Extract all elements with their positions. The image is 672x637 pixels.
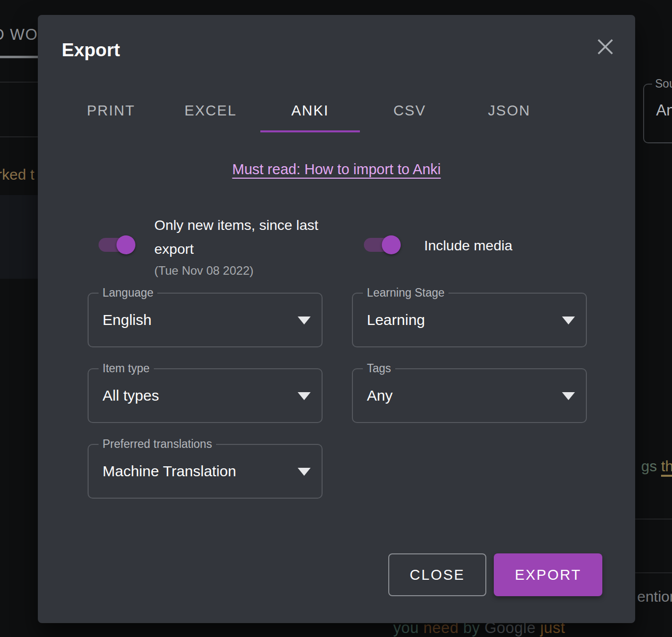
field-label: Language [99,286,157,300]
field-value: Any [367,387,393,404]
anki-help-link-row: Must read: How to import to Anki [38,161,635,178]
tab-anki[interactable]: ANKI [260,94,360,132]
toggle-thumb [116,235,135,254]
tab-csv[interactable]: CSV [360,94,459,132]
close-dialog-button[interactable] [591,33,619,61]
field-value: Learning [367,312,425,328]
field-label: Item type [99,362,154,375]
learning-stage-select[interactable]: Learning Stage Learning [352,293,587,347]
only-new-items-toggle[interactable] [99,238,133,252]
tab-label: ANKI [291,103,329,119]
close-icon [596,37,615,56]
active-tab-indicator [260,130,360,132]
chevron-down-icon [562,392,575,400]
tab-label: CSV [393,103,426,119]
app-page: D WOR rked t Sou An gs tha ention younee… [0,0,672,637]
chevron-down-icon [562,317,575,324]
tab-label: EXCEL [184,103,236,119]
toggle-thumb [382,235,401,254]
chevron-down-icon [298,317,311,324]
tab-print[interactable]: PRINT [61,94,161,132]
only-new-items-label: Only new items, since last export [154,213,319,261]
field-label: Learning Stage [363,286,448,300]
chevron-down-icon [298,468,311,476]
preferred-translations-select[interactable]: Preferred translations Machine Translati… [88,444,323,499]
item-type-select[interactable]: Item type All types [88,368,323,423]
language-select[interactable]: Language English [88,293,323,347]
include-media-toggle[interactable] [364,238,399,252]
field-value: English [103,312,151,328]
tags-select[interactable]: Tags Any [352,368,587,423]
tab-json[interactable]: JSON [459,94,559,132]
field-value: All types [103,387,159,404]
field-label: Tags [363,362,395,375]
chevron-down-icon [298,392,311,400]
include-media-label: Include media [424,234,512,257]
tab-label: JSON [488,103,530,119]
last-export-date: (Tue Nov 08 2022) [154,261,253,281]
field-label: Preferred translations [99,437,216,451]
field-value: Machine Translation [103,463,236,480]
export-dialog: Export PRINT EXCEL ANKI CSV JSON [38,15,635,623]
anki-import-help-link[interactable]: Must read: How to import to Anki [232,161,441,177]
export-format-tabs: PRINT EXCEL ANKI CSV JSON [61,94,559,132]
close-button[interactable]: CLOSE [388,553,486,596]
tab-excel[interactable]: EXCEL [161,94,260,132]
export-button[interactable]: EXPORT [494,553,602,596]
tab-label: PRINT [87,103,135,119]
dialog-title: Export [62,40,120,61]
